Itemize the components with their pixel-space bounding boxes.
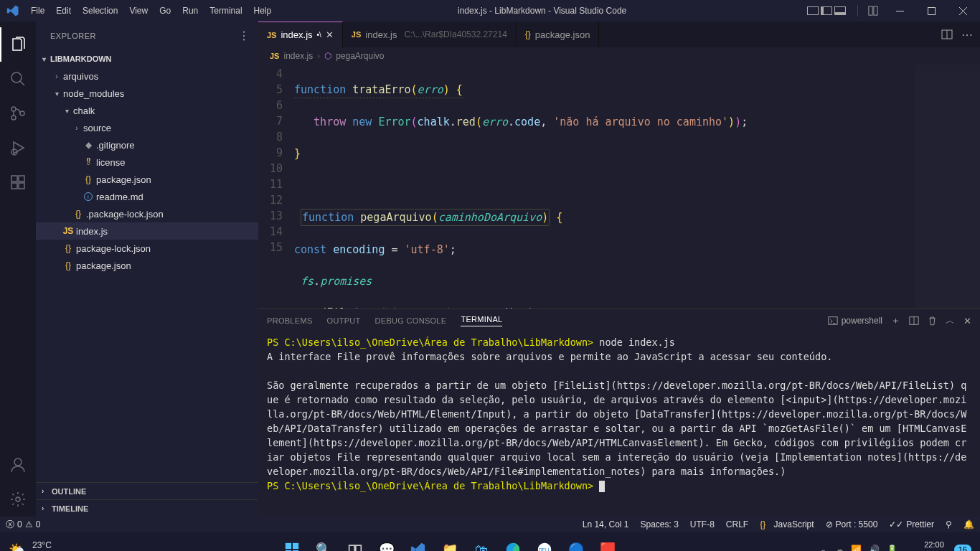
layout-customize-icon[interactable] [864, 6, 882, 16]
sidebar-section-outline[interactable]: ›OUTLINE [36, 482, 258, 499]
new-terminal-icon[interactable]: ＋ [891, 314, 900, 327]
tree-folder-arquivos[interactable]: ›arquivos [36, 67, 258, 85]
taskbar-app2-icon[interactable]: 🟥 [593, 535, 622, 551]
panel-tab-problems[interactable]: PROBLEMS [267, 316, 313, 325]
status-eol[interactable]: CRLF [720, 519, 754, 529]
svg-rect-12 [19, 176, 24, 182]
tab-index-js-temp[interactable]: JS index.js C:\...\Rar$DIa40532.27214 [343, 22, 517, 47]
panel-tab-output[interactable]: OUTPUT [327, 316, 361, 325]
weather-icon: ⛅ [9, 541, 27, 551]
svg-rect-0 [869, 6, 872, 15]
tray-wifi-icon[interactable]: 📶 [851, 545, 862, 551]
terminal-content[interactable]: PS C:\Users\ilso_\OneDrive\Área de Traba… [258, 332, 980, 517]
tree-file-package-json-root[interactable]: {}package.json [36, 257, 258, 274]
close-button[interactable] [948, 0, 977, 22]
code-editor[interactable]: 456789101112131415 function trataErro(er… [258, 65, 980, 309]
svg-rect-19 [293, 543, 298, 549]
panel-tab-debug-console[interactable]: DEBUG CONSOLE [375, 316, 447, 325]
tree-folder-chalk[interactable]: ▾chalk [36, 102, 258, 119]
activity-run-debug-icon[interactable] [0, 131, 36, 165]
maximize-panel-icon[interactable]: ︿ [946, 314, 955, 327]
taskbar-dell-icon[interactable]: DELL [530, 535, 559, 551]
status-prettier[interactable]: ✓✓Prettier [883, 519, 940, 529]
taskbar-weather[interactable]: ⛅ 23°C Parc. nublado [0, 540, 81, 551]
tree-file-package-lock-json[interactable]: {}package-lock.json [36, 240, 258, 257]
vscode-logo-icon [0, 4, 25, 17]
tree-file-package-json[interactable]: {}package.json [36, 171, 258, 188]
tree-file-license[interactable]: 🎖license [36, 154, 258, 171]
sidebar-section-timeline[interactable]: ›TIMELINE [36, 499, 258, 517]
tree-folder-source[interactable]: ›source [36, 119, 258, 136]
svg-rect-10 [11, 183, 17, 189]
close-icon[interactable]: ✕ [326, 29, 334, 40]
menu-edit[interactable]: Edit [50, 6, 77, 16]
tray-onedrive-icon[interactable]: ☁ [835, 545, 844, 551]
taskbar-search-icon[interactable]: 🔍 [309, 535, 338, 551]
maximize-button[interactable] [917, 0, 946, 22]
tree-file-readme[interactable]: ireadme.md [36, 188, 258, 205]
minimap[interactable] [915, 65, 980, 309]
tree-file-index-js[interactable]: JSindex.js [36, 222, 258, 240]
tab-package-json[interactable]: {} package.json [517, 22, 600, 47]
editor-tabs: JS index.js •\ ✕ JS index.js C:\...\Rar$… [258, 22, 980, 47]
tab-label: index.js [365, 29, 397, 40]
tree-root[interactable]: ▾LIBMARKDOWN [36, 50, 258, 67]
breadcrumb-file: index.js [283, 51, 313, 61]
activity-explorer-icon[interactable] [0, 27, 36, 62]
tray-battery-icon[interactable]: 🔋 [887, 545, 897, 551]
breadcrumb-symbol: pegaArquivo [336, 51, 384, 61]
activity-extensions-icon[interactable] [0, 165, 36, 199]
activity-account-icon[interactable] [0, 448, 36, 482]
menu-help[interactable]: Help [248, 6, 278, 16]
activity-search-icon[interactable] [0, 62, 36, 96]
terminal-shell-selector[interactable]: powershell [828, 316, 882, 326]
status-spaces[interactable]: Spaces: 3 [634, 519, 684, 529]
tray-volume-icon[interactable]: 🔊 [869, 545, 880, 551]
split-terminal-icon[interactable] [909, 316, 919, 326]
close-panel-icon[interactable]: ✕ [963, 316, 971, 326]
minimize-button[interactable] [885, 0, 914, 22]
json-icon: {} [62, 260, 75, 270]
taskbar-widgets-icon[interactable]: 💬 [372, 535, 401, 551]
menu-selection[interactable]: Selection [77, 6, 123, 16]
tree-file-package-lock[interactable]: {}.package-lock.json [36, 205, 258, 222]
tray-notifications-icon[interactable]: 16 [954, 545, 971, 551]
tree-file-gitignore[interactable]: ◆.gitignore [36, 136, 258, 154]
menu-view[interactable]: View [123, 6, 154, 16]
menu-terminal[interactable]: Terminal [204, 6, 248, 16]
code-content[interactable]: function trataErro(erro) { throw new Err… [294, 65, 980, 309]
status-bell-icon[interactable]: 🔔 [958, 519, 980, 529]
tab-index-js[interactable]: JS index.js •\ ✕ [258, 22, 343, 47]
tree-folder-node-modules[interactable]: ▾node_modules [36, 85, 258, 102]
menu-file[interactable]: File [25, 6, 50, 16]
tray-overflow-icon[interactable]: ︿ [819, 544, 828, 552]
status-errors[interactable]: ⓧ0⚠0 [0, 519, 46, 531]
taskbar-clock[interactable]: 22:00 21/04/2022 [905, 540, 947, 551]
status-bar: ⓧ0⚠0 Ln 14, Col 1 Spaces: 3 UTF-8 CRLF {… [0, 517, 980, 532]
activity-settings-icon[interactable] [0, 482, 36, 517]
layout-controls[interactable] [807, 6, 852, 15]
breadcrumb[interactable]: JS index.js › ⬡ pegaArquivo [258, 47, 980, 65]
activity-source-control-icon[interactable] [0, 96, 36, 131]
panel-tab-terminal[interactable]: TERMINAL [461, 315, 502, 326]
status-linecol[interactable]: Ln 14, Col 1 [577, 519, 635, 529]
sidebar-more-icon[interactable]: ⋯ [237, 30, 250, 42]
menu-go[interactable]: Go [154, 6, 176, 16]
activity-bar [0, 22, 36, 517]
more-icon[interactable]: ⋯ [961, 28, 973, 42]
kill-terminal-icon[interactable] [928, 316, 937, 326]
taskbar-taskview-icon[interactable] [341, 535, 369, 551]
taskbar-vscode-icon[interactable] [404, 535, 433, 551]
status-encoding[interactable]: UTF-8 [684, 519, 720, 529]
menu-run[interactable]: Run [176, 6, 204, 16]
taskbar-explorer-icon[interactable]: 📁 [435, 535, 464, 551]
split-editor-icon[interactable] [941, 29, 953, 40]
status-port[interactable]: ⊘Port : 5500 [820, 519, 884, 529]
status-language[interactable]: {} JavaScript [754, 519, 819, 529]
svg-rect-11 [19, 183, 24, 189]
taskbar-store-icon[interactable]: 🛍 [467, 535, 496, 551]
taskbar-app-icon[interactable]: 🔵 [562, 535, 590, 551]
taskbar-start-icon[interactable] [278, 535, 306, 551]
status-feedback-icon[interactable]: ⚲ [940, 519, 958, 529]
taskbar-edge-icon[interactable] [499, 535, 527, 551]
